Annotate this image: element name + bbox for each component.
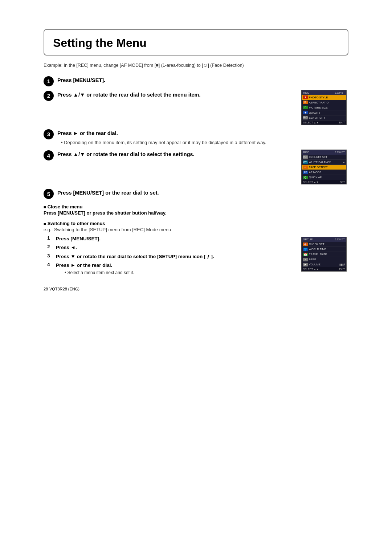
step-3-content: Press ► or the rear dial. Depending on t… <box>57 129 348 146</box>
quick-af-icon: Q <box>303 176 308 179</box>
quality-label: QUALITY <box>309 111 345 114</box>
setup-row-3: ♪ BEEP <box>302 257 346 262</box>
sub-step-1-content: Press [MENU/SET]. <box>56 235 295 243</box>
page-number: 28 <box>44 287 48 291</box>
rec-menu-row-3: ◈ QUALITY <box>302 110 346 115</box>
rec-settings-tabs: 12345T <box>335 151 345 154</box>
rec-settings-footer: SELECT ▲▼ SET <box>302 180 346 184</box>
step-2-number: 2 <box>44 91 54 101</box>
step-2-image: REC 12345T ★ PHOTO STYLE ⊞ ASPECT RATIO … <box>301 90 348 125</box>
sub-step-2-row: 2 Press ◄. <box>47 244 295 251</box>
step-3-number: 3 <box>44 129 54 139</box>
clock-set-icon: ⏰ <box>303 243 308 246</box>
step-4-content: Press ▲/▼ or rotate the rear dial to sel… <box>57 150 298 159</box>
rec-menu-row-2: □ PICTURE SIZE <box>302 105 346 110</box>
sub-step-4-content: Press ► or the rear dial. Select a menu … <box>56 262 295 276</box>
sub-step-2-content: Press ◄. <box>56 244 295 251</box>
step-4-image: REC 12345T ISO ISO LIMIT SET WB WHITE BA… <box>301 150 348 184</box>
sensitivity-label: SENSITIVITY <box>309 116 345 119</box>
step-1-content: Press [MENU/SET]. <box>57 76 348 85</box>
picture-size-icon: □ <box>303 106 308 109</box>
close-menu-action: Press [MENU/SET] or press the shutter bu… <box>44 210 348 216</box>
step-5-number: 5 <box>44 189 54 199</box>
beep-icon: ♪ <box>303 258 308 261</box>
setup-row-2: 📅 TRAVEL DATE <box>302 252 346 257</box>
step-2-row: 2 Press ▲/▼ or rotate the rear dial to s… <box>44 90 348 125</box>
rec-menu-header: REC 12345T <box>302 90 346 95</box>
sub-step-2-num: 2 <box>47 244 53 249</box>
rec-menu-row-0: ★ PHOTO STYLE <box>302 95 346 100</box>
numbered-sub-steps: 1 Press [MENU/SET]. 2 Press ◄. 3 Press ▼… <box>47 235 295 277</box>
sub-step-3-row: 3 Press ▼ or rotate the rear dial to sel… <box>47 253 295 260</box>
setup-row-0: ⏰ CLOCK SET <box>302 242 346 247</box>
step-4-number: 4 <box>44 150 54 160</box>
setup-header: SETUP 12345T <box>302 237 346 242</box>
sensitivity-icon: ISO <box>303 116 308 119</box>
rec-menu-row-4: ISO SENSITIVITY <box>302 115 346 121</box>
setup-screen-container: SETUP 12345T ⏰ CLOCK SET 🌐 WORLD TIME 📅 … <box>301 237 348 272</box>
clock-set-label: CLOCK SET <box>309 243 345 246</box>
setup-footer: SELECT ▲▼ EXIT <box>302 267 346 271</box>
iso-limit-icon: ISO <box>303 155 308 159</box>
rec-settings-screen: REC 12345T ISO ISO LIMIT SET WB WHITE BA… <box>301 150 347 184</box>
rec-settings-row-1: WB WHITE BALANCE ▲ <box>302 160 346 165</box>
sub-step-3-content: Press ▼ or rotate the rear dial to selec… <box>56 253 295 260</box>
rec-settings-footer-set: SET <box>340 181 345 183</box>
af-mode-icon: AF <box>303 171 308 174</box>
switching-menus-example: e.g.: Switching to the [SETUP] menu from… <box>44 227 348 232</box>
sub-step-3-text: Press ▼ or rotate the rear dial to selec… <box>56 254 214 259</box>
beep-label: BEEP <box>309 258 345 261</box>
rec-menu-screen: REC 12345T ★ PHOTO STYLE ⊞ ASPECT RATIO … <box>301 90 347 125</box>
sub-step-2-text: Press ◄. <box>56 245 77 250</box>
rec-menu-footer-exit: EXIT <box>339 121 345 124</box>
rec-settings-footer-select: SELECT ▲▼ <box>303 181 319 183</box>
sub-step-4-note: Select a menu item next and set it. <box>56 269 295 276</box>
sub-step-4-num: 4 <box>47 262 53 267</box>
setup-footer-exit: EXIT <box>339 268 345 270</box>
world-time-label: WORLD TIME <box>309 248 345 251</box>
example-text: Example: In the [REC] menu, change [AF M… <box>44 62 348 69</box>
face-detect-label: FACE DETECT <box>309 166 345 169</box>
rec-settings-row-0: ISO ISO LIMIT SET <box>302 155 346 160</box>
rec-menu-tabs: 12345T <box>335 91 345 94</box>
step-1-row: 1 Press [MENU/SET]. <box>44 76 348 86</box>
aspect-ratio-icon: ⊞ <box>303 101 308 104</box>
page-container: Setting the Menu Example: In the [REC] m… <box>44 29 348 292</box>
sub-step-4-text: Press ► or the rear dial. <box>56 262 112 268</box>
setup-footer-select: SELECT ▲▼ <box>303 268 319 270</box>
af-mode-label: AF MODE <box>309 171 345 174</box>
close-menu-label: Close the menu <box>44 204 348 209</box>
rec-settings-row-2: ☺ FACE DETECT <box>302 165 346 170</box>
travel-date-icon: 📅 <box>303 253 308 256</box>
sub-steps-container: 1 Press [MENU/SET]. 2 Press ◄. 3 Press ▼… <box>44 235 348 277</box>
picture-size-label: PICTURE SIZE <box>309 106 345 109</box>
step-1-number: 1 <box>44 76 54 86</box>
iso-limit-label: ISO LIMIT SET <box>309 155 345 159</box>
white-balance-label: WHITE BALANCE <box>309 160 343 164</box>
setup-row-4: ▶ VOLUME ▮▮▮3 <box>302 262 346 267</box>
rec-settings-title: REC <box>303 151 309 154</box>
setup-title: SETUP <box>303 238 313 241</box>
step-5-row: 5 Press [MENU/SET] or the rear dial to s… <box>44 188 348 199</box>
sub-step-1-row: 1 Press [MENU/SET]. <box>47 235 295 243</box>
rec-settings-header: REC 12345T <box>302 150 346 155</box>
rec-menu-footer: SELECT ▲▼ EXIT <box>302 121 346 125</box>
step-4-row: 4 Press ▲/▼ or rotate the rear dial to s… <box>44 150 348 184</box>
rec-settings-row-4: Q QUICK AF <box>302 175 346 180</box>
sub-step-3-num: 3 <box>47 253 53 258</box>
travel-date-label: TRAVEL DATE <box>309 253 345 256</box>
doc-number: VQT3R28 (ENG) <box>49 287 79 291</box>
step-2-content: Press ▲/▼ or rotate the rear dial to sel… <box>57 90 298 99</box>
page-title: Setting the Menu <box>53 36 339 50</box>
face-detect-icon: ☺ <box>303 166 308 169</box>
world-time-icon: 🌐 <box>303 248 308 251</box>
volume-icon: ▶ <box>303 263 308 266</box>
white-balance-value: ▲ <box>343 161 345 163</box>
rec-menu-row-1: ⊞ ASPECT RATIO <box>302 100 346 105</box>
step-3-subbullet: Depending on the menu item, its setting … <box>57 139 348 146</box>
volume-value: ▮▮▮3 <box>339 263 345 266</box>
white-balance-icon: WB <box>303 160 308 164</box>
setup-tabs: 12345T <box>335 238 345 241</box>
switching-menus-label: Switching to other menus <box>44 221 348 226</box>
rec-menu-footer-select: SELECT ▲▼ <box>303 121 319 124</box>
